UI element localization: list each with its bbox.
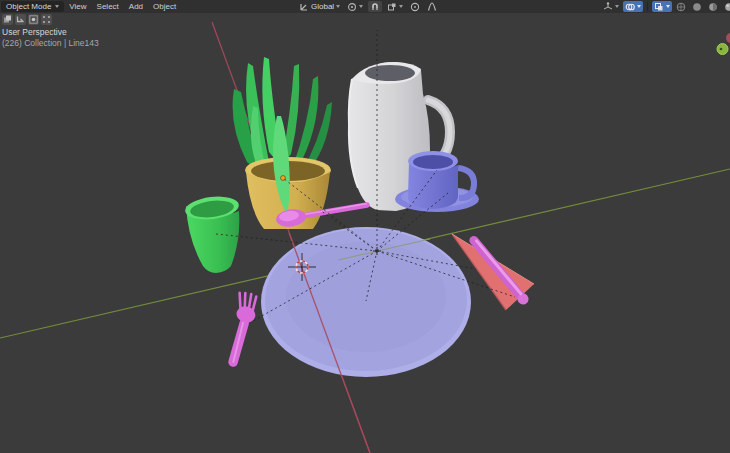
falloff-curve-icon	[427, 2, 437, 12]
layers-icon[interactable]	[2, 14, 13, 25]
pivot-dropdown[interactable]	[345, 1, 365, 12]
shading-wireframe-icon	[676, 2, 686, 12]
viewport-header: Object Mode View Select Add Object Globa…	[0, 0, 730, 13]
mode-dropdown-label: Object Mode	[6, 2, 51, 11]
menu-select[interactable]: Select	[92, 0, 124, 13]
view-perspective-label: User Perspective	[2, 27, 99, 38]
proportional-edit-icon	[410, 2, 420, 12]
pivot-icon	[347, 2, 357, 12]
chevron-down-icon	[55, 5, 59, 8]
snap-target-dropdown[interactable]	[385, 1, 405, 12]
overlays-dropdown[interactable]	[623, 1, 643, 12]
axis-ball-label-dot	[720, 48, 723, 51]
chevron-down-icon	[615, 5, 619, 8]
active-collection-label: (226) Collection | Line143	[2, 38, 99, 49]
chevron-down-icon	[336, 5, 340, 8]
xray-icon	[654, 2, 664, 12]
viewport-background	[0, 0, 730, 453]
shading-rendered-icon	[724, 2, 730, 12]
proportional-edit-toggle[interactable]	[408, 1, 422, 12]
shading-solid-button[interactable]	[690, 1, 704, 12]
orientation-dropdown[interactable]: Global	[297, 1, 342, 12]
header-divider	[647, 2, 648, 11]
falloff-dropdown[interactable]	[425, 1, 439, 12]
axis-ball-y-icon[interactable]	[717, 44, 728, 55]
menu-view[interactable]: View	[64, 0, 91, 13]
snap-toggle[interactable]	[368, 1, 382, 12]
magnet-icon	[370, 2, 380, 12]
orientation-icon	[299, 2, 309, 12]
gizmo-icon	[603, 2, 613, 12]
shading-material-icon	[708, 2, 718, 12]
chevron-down-icon	[359, 5, 363, 8]
chevron-down-icon	[637, 5, 641, 8]
tool-settings-row	[2, 14, 52, 25]
plate-well	[286, 242, 446, 352]
shading-material-button[interactable]	[706, 1, 720, 12]
overlays-icon	[625, 2, 635, 12]
grid-dots-icon[interactable]	[41, 14, 52, 25]
snap-target-icon	[387, 2, 397, 12]
chevron-down-icon	[666, 5, 670, 8]
mode-dropdown[interactable]: Object Mode	[1, 1, 64, 12]
scene-canvas	[0, 0, 730, 453]
gizmo-dropdown[interactable]	[601, 1, 621, 12]
teacup-interior	[413, 155, 453, 169]
circle-box-icon[interactable]	[28, 14, 39, 25]
xray-dropdown[interactable]	[652, 1, 672, 12]
shading-solid-icon	[692, 2, 702, 12]
menu-add[interactable]: Add	[124, 0, 148, 13]
menu-object[interactable]: Object	[148, 0, 181, 13]
orientation-label: Global	[311, 2, 334, 11]
blender-3d-viewport: Object Mode View Select Add Object Globa…	[0, 0, 730, 453]
chevron-down-icon	[399, 5, 403, 8]
shading-rendered-button[interactable]	[722, 1, 730, 12]
pitcher-mouth	[365, 65, 415, 81]
viewport-info-text: User Perspective (226) Collection | Line…	[2, 27, 99, 49]
shading-wireframe-button[interactable]	[674, 1, 688, 12]
corner-arrow-icon[interactable]	[15, 14, 26, 25]
